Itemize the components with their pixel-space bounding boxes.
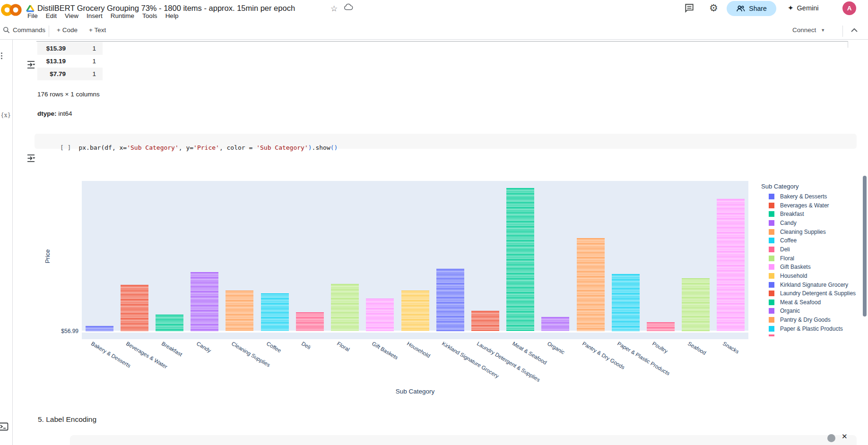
output-container-border-right — [848, 41, 848, 48]
legend-item-coffee[interactable]: Coffee — [769, 237, 797, 244]
bar-bakery-desserts[interactable] — [86, 326, 113, 331]
comment-icon[interactable] — [684, 3, 694, 13]
notebook-title[interactable]: DistilBERT Grocery Grouping 73% - 1800 i… — [37, 4, 295, 13]
bar-snacks[interactable] — [717, 199, 745, 331]
bar-coffee[interactable] — [261, 293, 289, 331]
legend-item-cleaning-supplies[interactable]: Cleaning Supplies — [769, 229, 826, 235]
legend-item-floral[interactable]: Floral — [769, 255, 794, 262]
colab-logo-icon[interactable] — [1, 2, 22, 18]
code-editor-line[interactable]: [ ]px.bar(df, x='Sub Category', y='Price… — [38, 137, 338, 158]
bar-floral[interactable] — [331, 284, 359, 331]
gemini-button[interactable]: ✦ Gemini — [788, 4, 819, 12]
bar-beverages-water[interactable] — [121, 285, 148, 331]
legend-label: Pantry & Dry Goods — [780, 317, 831, 323]
connect-label: Connect — [792, 26, 816, 34]
code-cell[interactable]: [ ]px.bar(df, x='Sub Category', y='Price… — [35, 134, 857, 149]
menu-help[interactable]: Help — [165, 12, 179, 19]
menu-view[interactable]: View — [65, 12, 78, 19]
share-button[interactable]: Share — [727, 1, 776, 16]
interactive-table-toggle-icon[interactable] — [26, 60, 36, 69]
terminal-icon[interactable] — [0, 422, 9, 431]
commands-button[interactable]: Commands — [3, 26, 45, 34]
legend-label: Meat & Seafood — [780, 299, 821, 306]
settings-gear-icon[interactable]: ⚙ — [709, 2, 718, 14]
markdown-section-heading[interactable]: 5. Label Encoding — [38, 415, 96, 424]
share-label: Share — [749, 5, 766, 12]
bar-kirkland-signature-grocery[interactable] — [436, 269, 464, 331]
bar-organic[interactable] — [541, 317, 569, 331]
collapse-header-chevron-up-icon[interactable] — [850, 27, 859, 34]
series-output-table: $15.391$13.191$7.791 — [37, 42, 103, 80]
menu-file[interactable]: File — [27, 12, 38, 19]
bar-deli[interactable] — [296, 312, 324, 331]
bar-cleaning-supplies[interactable] — [226, 291, 253, 331]
dtype-line: dtype: int64 — [37, 110, 72, 117]
bar-breakfast[interactable] — [156, 315, 183, 331]
bar-gift-baskets[interactable] — [366, 299, 394, 331]
x-tick-label: Meat & Seafood — [511, 341, 547, 366]
menu-insert[interactable]: Insert — [87, 12, 103, 19]
code-text: px.bar(df, x='Sub Category', y='Price', … — [78, 144, 338, 151]
files-icon[interactable] — [0, 152, 10, 161]
close-icon[interactable]: ✕ — [842, 432, 848, 441]
bar-household[interactable] — [401, 291, 429, 331]
bar-candy[interactable] — [191, 272, 218, 331]
legend-item-deli[interactable]: Deli — [769, 246, 790, 253]
legend-item-breakfast[interactable]: Breakfast — [769, 211, 804, 217]
code-segment-plain: , color = — [219, 144, 256, 151]
code-snippets-icon[interactable] — [0, 91, 10, 100]
legend-item-household[interactable]: Household — [769, 273, 807, 279]
legend-label: Floral — [780, 255, 794, 262]
find-replace-icon[interactable] — [0, 71, 10, 80]
add-text-button[interactable]: + Text — [89, 26, 106, 34]
table-summary: 176 rows × 1 columns — [37, 91, 100, 98]
bar-laundry-detergent-supplies[interactable] — [471, 311, 499, 331]
legend-item-organic[interactable]: Organic — [769, 308, 800, 314]
legend-item-paper-plastic-products[interactable]: Paper & Plastic Products — [769, 325, 843, 332]
output-scrollbar-thumb[interactable] — [863, 176, 867, 317]
legend-label: Breakfast — [780, 211, 804, 217]
legend-item-bakery-desserts[interactable]: Bakery & Desserts — [769, 193, 827, 200]
menu-edit[interactable]: Edit — [46, 12, 57, 19]
star-icon[interactable]: ☆ — [330, 4, 338, 14]
scroll-indicator-dot[interactable] — [827, 434, 835, 442]
add-code-button[interactable]: + Code — [57, 26, 78, 34]
legend-swatch — [769, 203, 774, 208]
search-icon — [3, 26, 10, 34]
bar-seafood[interactable] — [682, 278, 710, 331]
variables-icon[interactable]: {x} — [0, 112, 10, 121]
legend-item-kirkland-signature-grocery[interactable]: Kirkland Signature Grocery — [769, 282, 848, 288]
bar-pantry-dry-goods[interactable] — [577, 238, 605, 331]
legend-swatch — [769, 317, 774, 323]
menu-runtime[interactable]: Runtime — [111, 12, 134, 19]
table-row: $7.791 — [37, 68, 103, 80]
legend-label: Kirkland Signature Grocery — [780, 282, 848, 288]
legend-item-pantry-dry-goods[interactable]: Pantry & Dry Goods — [769, 317, 831, 323]
account-avatar[interactable]: A — [842, 1, 856, 15]
cell-run-prompt[interactable]: [ ] — [60, 144, 71, 151]
secrets-icon[interactable] — [0, 132, 10, 141]
legend-swatch — [769, 229, 774, 235]
legend-item-laundry-detergent-supplies[interactable]: Laundry Detergent & Supplies — [769, 290, 856, 297]
legend-item-candy[interactable]: Candy — [769, 220, 797, 226]
bar-paper-plastic-products[interactable] — [612, 274, 640, 331]
legend-item-beverages-water[interactable]: Beverages & Water — [769, 202, 829, 209]
code-segment-bracket: () — [330, 144, 338, 151]
table-of-contents-icon[interactable] — [0, 51, 10, 60]
connect-button[interactable]: Connect ▼ — [792, 26, 825, 34]
menu-tools[interactable]: Tools — [142, 12, 157, 19]
interactive-chart-toggle-icon[interactable] — [26, 154, 36, 163]
legend-item-gift-baskets[interactable]: Gift Baskets — [769, 264, 811, 270]
legend-label: Gift Baskets — [780, 264, 811, 270]
row-index: $7.79 — [37, 70, 66, 77]
bar-poultry[interactable] — [647, 322, 675, 331]
bar-meat-seafood[interactable] — [506, 188, 534, 331]
next-cell-partial[interactable] — [70, 435, 857, 445]
cloud-save-icon[interactable] — [344, 3, 353, 11]
gemini-spark-icon: ✦ — [788, 4, 794, 12]
table-row: $15.391 — [37, 42, 103, 55]
legend-item-partial[interactable] — [769, 334, 774, 336]
x-tick-label: Gift Baskets — [371, 341, 399, 360]
legend-item-meat-seafood[interactable]: Meat & Seafood — [769, 299, 821, 306]
table-row: $13.191 — [37, 55, 103, 68]
